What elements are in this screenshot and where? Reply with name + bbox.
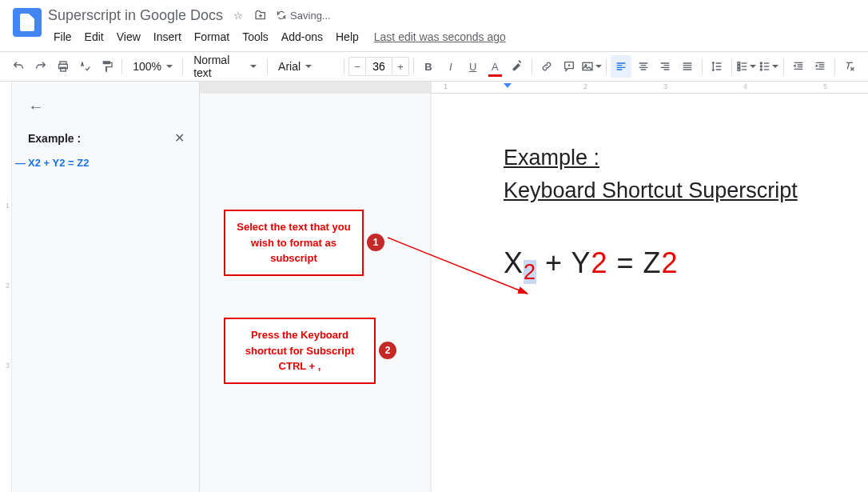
separator bbox=[731, 58, 732, 74]
bulleted-list-button[interactable] bbox=[759, 55, 779, 78]
outline-panel: ← Example : ✕ X2 + Y2 = Z2 bbox=[12, 82, 200, 492]
print-button[interactable] bbox=[53, 55, 74, 78]
separator bbox=[702, 58, 703, 74]
separator bbox=[532, 58, 532, 74]
underline-button[interactable]: U bbox=[463, 55, 484, 78]
heading-line1: Example : bbox=[504, 146, 599, 170]
chevron-down-icon bbox=[166, 65, 173, 68]
comment-button[interactable] bbox=[559, 55, 579, 78]
font-size-decrease[interactable]: − bbox=[348, 57, 366, 76]
svg-point-10 bbox=[761, 69, 762, 70]
svg-rect-5 bbox=[738, 62, 740, 65]
svg-point-8 bbox=[761, 62, 762, 64]
separator bbox=[413, 58, 414, 74]
separator bbox=[121, 58, 122, 74]
highlight-button[interactable] bbox=[507, 55, 528, 78]
doc-heading[interactable]: Example : Keyboard Shortcut Superscript bbox=[504, 142, 868, 206]
paint-format-button[interactable] bbox=[97, 55, 117, 78]
refresh-icon bbox=[276, 10, 287, 21]
canvas-area: 1 2 3 4 5 Example : Keyboard Shortcut Su… bbox=[200, 82, 868, 492]
zoom-select[interactable]: 100% bbox=[126, 55, 178, 78]
callout-badge-1: 1 bbox=[367, 234, 384, 251]
equation-text[interactable]: X2 + Y2 = Z2 bbox=[504, 246, 868, 285]
separator bbox=[267, 58, 268, 74]
outline-title[interactable]: Example : bbox=[28, 132, 81, 145]
horizontal-ruler: 1 2 3 4 5 bbox=[200, 82, 868, 94]
line-spacing-button[interactable] bbox=[707, 55, 727, 78]
eq-y: Y bbox=[571, 246, 591, 279]
document-page[interactable]: Example : Keyboard Shortcut Superscript … bbox=[432, 94, 868, 492]
clear-formatting-button[interactable] bbox=[839, 55, 860, 78]
separator bbox=[182, 58, 183, 74]
menu-help[interactable]: Help bbox=[330, 27, 364, 46]
align-right-button[interactable] bbox=[655, 55, 676, 78]
menu-addons[interactable]: Add-ons bbox=[276, 27, 328, 46]
undo-button[interactable] bbox=[8, 55, 29, 78]
chevron-down-icon bbox=[772, 65, 778, 68]
title-area: Superscript in Google Docs ☆ Saving... F… bbox=[48, 6, 855, 46]
separator bbox=[606, 58, 607, 74]
outline-back-button[interactable]: ← bbox=[28, 98, 193, 116]
menu-file[interactable]: File bbox=[48, 27, 78, 46]
chevron-down-icon bbox=[595, 65, 602, 68]
eq-plus: + bbox=[536, 246, 571, 279]
title-row: Superscript in Google Docs ☆ Saving... bbox=[48, 6, 855, 24]
zoom-value: 100% bbox=[133, 60, 161, 73]
callout-2-text: Press the Keyboard shortcut for Subscrip… bbox=[245, 329, 355, 372]
redo-button[interactable] bbox=[30, 55, 51, 78]
spellcheck-button[interactable] bbox=[75, 55, 96, 78]
vertical-ruler: 1 2 3 bbox=[0, 82, 12, 492]
menu-view[interactable]: View bbox=[111, 27, 146, 46]
ruler-tick: 1 bbox=[444, 82, 448, 90]
font-size-increase[interactable]: + bbox=[392, 57, 409, 76]
ruler-tick: 4 bbox=[743, 82, 747, 90]
outline-item[interactable]: X2 + Y2 = Z2 bbox=[28, 157, 193, 169]
toolbar: 100% Normal text Arial − + B I U A bbox=[0, 51, 868, 82]
callout-2: Press the Keyboard shortcut for Subscrip… bbox=[224, 318, 376, 384]
header-bar: Superscript in Google Docs ☆ Saving... F… bbox=[0, 0, 868, 46]
indent-marker[interactable] bbox=[504, 83, 512, 88]
link-button[interactable] bbox=[536, 55, 557, 78]
outline-close-icon[interactable]: ✕ bbox=[174, 130, 185, 146]
document-title[interactable]: Superscript in Google Docs bbox=[48, 7, 223, 24]
style-select[interactable]: Normal text bbox=[187, 55, 263, 78]
saving-text: Saving... bbox=[290, 10, 331, 22]
align-center-button[interactable] bbox=[633, 55, 654, 78]
checklist-button[interactable] bbox=[736, 55, 757, 78]
chevron-down-icon bbox=[750, 65, 756, 68]
eq-z: Z bbox=[643, 246, 662, 279]
eq-selected-2: 2 bbox=[524, 260, 536, 284]
chevron-down-icon bbox=[305, 65, 312, 68]
docs-logo[interactable] bbox=[13, 8, 42, 37]
font-size-input[interactable] bbox=[366, 57, 392, 76]
move-icon[interactable] bbox=[253, 8, 268, 22]
ruler-tick: 2 bbox=[6, 282, 10, 290]
eq-red-2b: 2 bbox=[662, 246, 679, 279]
ruler-tick: 3 bbox=[663, 82, 667, 90]
callout-1-text: Select the text that you wish to format … bbox=[237, 221, 350, 264]
text-color-a: A bbox=[492, 61, 499, 73]
ruler-margin bbox=[200, 82, 432, 94]
menu-insert[interactable]: Insert bbox=[148, 27, 187, 46]
last-edit-link[interactable]: Last edit was seconds ago bbox=[374, 27, 506, 46]
font-select[interactable]: Arial bbox=[272, 55, 340, 78]
font-size-group: − + bbox=[348, 57, 409, 76]
ruler-tick: 2 bbox=[583, 82, 587, 90]
menu-tools[interactable]: Tools bbox=[237, 27, 274, 46]
increase-indent-button[interactable] bbox=[810, 55, 830, 78]
separator bbox=[834, 58, 835, 74]
image-button[interactable] bbox=[581, 55, 602, 78]
star-icon[interactable]: ☆ bbox=[231, 8, 245, 22]
svg-point-9 bbox=[761, 66, 762, 67]
text-color-button[interactable]: A bbox=[485, 55, 506, 78]
saving-status: Saving... bbox=[276, 10, 331, 22]
align-left-button[interactable] bbox=[611, 55, 631, 78]
align-justify-button[interactable] bbox=[677, 55, 698, 78]
menu-format[interactable]: Format bbox=[189, 27, 235, 46]
menu-edit[interactable]: Edit bbox=[79, 27, 109, 46]
eq-x: X bbox=[504, 246, 524, 279]
bold-button[interactable]: B bbox=[418, 55, 439, 78]
eq-equals: = bbox=[607, 246, 643, 279]
italic-button[interactable]: I bbox=[440, 55, 461, 78]
decrease-indent-button[interactable] bbox=[788, 55, 809, 78]
